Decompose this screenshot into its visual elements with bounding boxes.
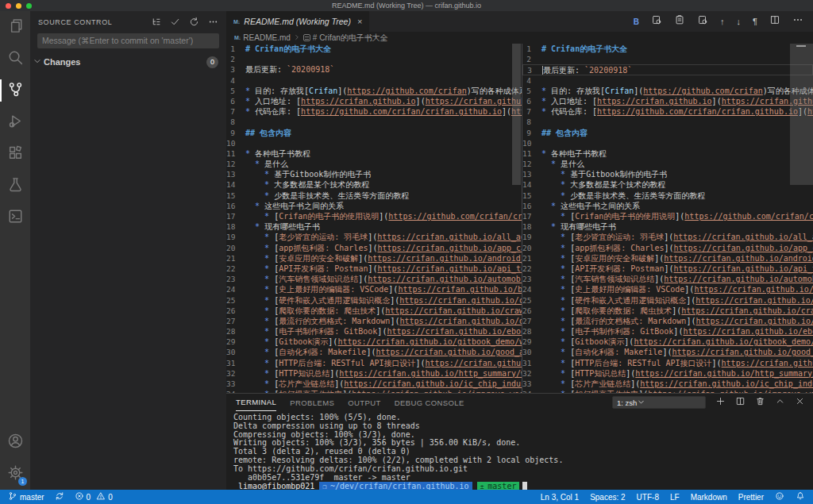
code-line: 8	[522, 117, 813, 127]
status-problems[interactable]: 0 0	[75, 491, 113, 502]
terminal-prompt: limao@fibombp021 ❒ ~/dev/crifan/crifan.g…	[233, 482, 813, 490]
activity-bar: 1	[0, 11, 30, 490]
terminal-shell-select[interactable]: 1: zsh	[612, 396, 706, 409]
activity-settings-button[interactable]: 1	[0, 458, 30, 490]
code-line: 11* 各种电子书教程	[522, 148, 813, 159]
open-preview-side-icon[interactable]	[697, 14, 708, 29]
code-line: 18 * 现有哪些电子书	[522, 221, 813, 232]
bold-icon[interactable]: B	[634, 17, 639, 26]
code-line: 4	[522, 75, 813, 86]
code-line: 7* 代码仓库: [https://github.com/crifan/crif…	[226, 106, 522, 117]
code-line: 15 * 少数是非技术类、生活类等方面的教程	[522, 190, 813, 201]
folder-icon: ❒	[322, 483, 330, 490]
activity-explorer-button[interactable]	[0, 11, 30, 43]
code-line: 21 * [安卓应用的安全和破解](https://crifan.github.…	[522, 253, 813, 264]
panel-tab-terminal[interactable]: TERMINAL	[236, 394, 276, 411]
line-number: 17	[522, 211, 541, 221]
sync-icon	[55, 491, 64, 502]
line-number: 30	[226, 347, 245, 357]
code-line: 13 * 基于Gitbook制作的电子书	[522, 169, 813, 179]
activity-extensions-button[interactable]	[0, 138, 30, 170]
line-number: 22	[226, 264, 245, 274]
line-number: 10	[226, 138, 245, 148]
diff-original-pane[interactable]: 1# Crifan的电子书大全23最后更新: `20200918`45* 目的:…	[226, 44, 522, 393]
status-feedback[interactable]	[775, 491, 784, 502]
diff-modified-pane[interactable]: 1# Crifan的电子书大全23最后更新: `20200918`45* 目的:…	[522, 44, 813, 393]
more-icon[interactable]	[208, 17, 218, 29]
close-icon[interactable]: ×	[357, 17, 362, 26]
scrollbar[interactable]	[512, 44, 521, 185]
open-changes-icon[interactable]	[674, 14, 685, 29]
line-number: 28	[522, 326, 541, 337]
trash-icon[interactable]	[755, 395, 765, 410]
code-line: 29 * [Gitbook演示](https://crifan.github.i…	[522, 337, 813, 347]
code-line: 26 * [爬取你要的数据: 爬虫技术](https://crifan.gith…	[226, 306, 522, 316]
chevron-up-icon[interactable]	[775, 395, 785, 410]
panel-tab-problems[interactable]: PROBLEMS	[290, 394, 334, 411]
status-prettier[interactable]: Prettier	[738, 493, 764, 502]
status-utf-8[interactable]: UTF-8	[637, 493, 659, 502]
line-number: 1	[226, 44, 245, 54]
line-number: 4	[226, 75, 245, 86]
code-line: 22 * [API开发利器: Postman](https://crifan.g…	[522, 264, 813, 274]
code-line: 25 * [硬件和嵌入式通用逻辑知识概念](https://crifan.git…	[226, 295, 522, 306]
breadcrumb-symbol[interactable]: # Crifan的电子书大全	[313, 33, 388, 44]
activity-search-button[interactable]	[0, 43, 30, 75]
next-change-icon[interactable]: ↓	[737, 17, 742, 26]
feedback-icon	[775, 491, 784, 502]
whitespace-icon[interactable]: ¶	[753, 17, 757, 26]
code-line: 26 * [爬取你要的数据: 爬虫技术](https://crifan.gith…	[522, 306, 813, 316]
status-spaces-2[interactable]: Spaces: 2	[590, 493, 625, 502]
line-number: 20	[522, 243, 541, 253]
line-number: 2	[522, 54, 541, 64]
title-bar: README.md (Working Tree) — crifan.github…	[0, 0, 813, 11]
code-line: 33 * [芯片产业链总结](https://crifan.github.io/…	[522, 379, 813, 389]
scrollbar[interactable]	[790, 44, 813, 185]
line-number: 15	[522, 190, 541, 201]
breadcrumb-file[interactable]: README.md	[243, 33, 290, 42]
code-line: 24 * [史上最好用的编辑器: VSCode](https://crifan.…	[522, 284, 813, 294]
panel-tab-debug-console[interactable]: DEBUG CONSOLE	[395, 394, 464, 411]
open-preview-icon[interactable]	[651, 14, 662, 29]
line-number: 30	[522, 347, 541, 357]
line-number: 6	[226, 96, 245, 106]
code-line: 7* 代码仓库: [https://github.com/crifan/crif…	[522, 106, 813, 117]
check-icon[interactable]	[170, 17, 180, 29]
activity-remote-terminal-button[interactable]	[0, 202, 30, 233]
code-line: 2	[226, 54, 522, 64]
status-markdown[interactable]: Markdown	[691, 493, 727, 502]
split-editor-icon[interactable]	[769, 14, 780, 29]
status-notifications[interactable]	[796, 491, 805, 502]
code-line: 34 * [如何提高工作效率](https://crifan.github.io…	[522, 389, 813, 393]
changes-row[interactable]: Changes 0	[30, 54, 226, 70]
line-number: 21	[226, 253, 245, 264]
code-line: 16 * 这些电子书之间的关系	[522, 201, 813, 211]
close-icon[interactable]	[795, 395, 805, 410]
terminal-output[interactable]: Counting objects: 100% (5/5), done.Delta…	[226, 411, 813, 490]
source-control-icon	[7, 81, 24, 101]
status-lf[interactable]: LF	[670, 493, 680, 502]
refresh-icon[interactable]	[189, 17, 199, 29]
line-number: 29	[522, 337, 541, 347]
code-line: 13 * 基于Gitbook制作的电子书	[226, 169, 522, 179]
code-line: 27 * [最流行的文档格式: Markdown](https://crifan…	[522, 316, 813, 326]
commit-message-input[interactable]: Message (⌘Enter to commit on 'master')	[37, 33, 219, 48]
panel-tab-output[interactable]: OUTPUT	[348, 394, 380, 411]
view-tree-icon[interactable]	[151, 17, 161, 29]
code-line: 1# Crifan的电子书大全	[522, 44, 813, 54]
split-editor-icon[interactable]	[735, 395, 746, 410]
status-sync[interactable]	[55, 491, 64, 502]
more-icon[interactable]	[792, 14, 803, 29]
code-line: 3最后更新: `20200918`	[522, 64, 813, 75]
breadcrumb[interactable]: M↓ README.md # Crifan的电子书大全	[226, 32, 813, 44]
activity-testing-button[interactable]	[0, 170, 30, 202]
tab-readme-working-tree[interactable]: M↓ README.md (Working Tree) ×	[226, 11, 369, 32]
line-number: 3	[523, 65, 542, 74]
activity-source-control-button[interactable]	[0, 75, 30, 106]
status-ln-3-col-1[interactable]: Ln 3, Col 1	[541, 493, 579, 502]
activity-run-debug-button[interactable]	[0, 106, 30, 138]
activity-account-button[interactable]	[0, 426, 30, 458]
status-branch[interactable]: master	[8, 491, 44, 502]
prev-change-icon[interactable]: ↑	[720, 17, 725, 26]
add-icon[interactable]	[715, 395, 726, 410]
